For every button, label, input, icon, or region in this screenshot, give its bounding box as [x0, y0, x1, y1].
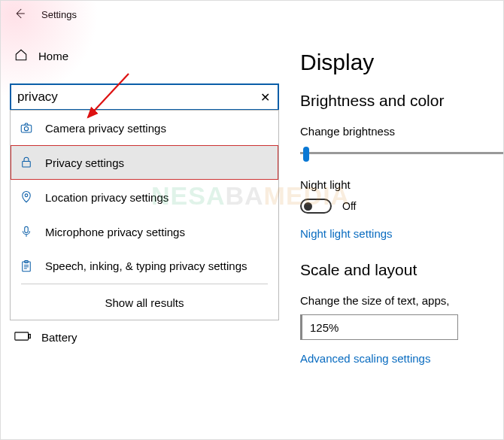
scale-value: 125% [310, 321, 339, 334]
result-label: Microphone privacy settings [45, 226, 185, 238]
svg-rect-9 [29, 334, 30, 338]
home-nav[interactable]: Home [8, 35, 287, 83]
microphone-icon [20, 225, 33, 238]
brightness-slider[interactable] [300, 145, 503, 162]
search-box[interactable]: ✕ [10, 83, 279, 111]
nightlight-toggle[interactable] [300, 199, 332, 214]
advanced-scaling-link[interactable]: Advanced scaling settings [300, 352, 430, 365]
section-scale: Scale and layout [300, 261, 503, 279]
svg-rect-1 [21, 125, 32, 132]
clear-icon[interactable]: ✕ [257, 90, 273, 105]
lock-icon [20, 156, 33, 169]
sidebar-item-battery[interactable]: Battery [8, 320, 287, 354]
scale-label: Change the size of text, apps, [300, 294, 503, 307]
search-input[interactable] [17, 90, 257, 105]
result-privacy[interactable]: Privacy settings [11, 145, 278, 180]
home-icon [14, 48, 28, 64]
svg-rect-5 [25, 226, 29, 232]
nightlight-settings-link[interactable]: Night light settings [300, 227, 393, 240]
battery-icon [14, 331, 31, 344]
result-speech[interactable]: Speech, inking, & typing privacy setting… [11, 249, 278, 284]
brightness-label: Change brightness [300, 125, 503, 138]
svg-point-2 [24, 127, 28, 131]
result-location[interactable]: Location privacy settings [11, 180, 278, 214]
result-label: Speech, inking, & typing privacy setting… [45, 259, 247, 272]
scale-dropdown[interactable]: 125% [300, 314, 458, 340]
home-label: Home [38, 50, 68, 62]
result-label: Camera privacy settings [45, 122, 166, 135]
svg-point-4 [25, 194, 28, 197]
back-icon[interactable] [13, 7, 26, 23]
location-icon [20, 190, 33, 204]
search-results: Camera privacy settings Privacy settings… [10, 110, 279, 320]
section-brightness: Brightness and color [300, 92, 503, 110]
result-microphone[interactable]: Microphone privacy settings [11, 214, 278, 249]
camera-icon [20, 121, 33, 135]
result-camera[interactable]: Camera privacy settings [11, 111, 278, 145]
page-heading: Display [300, 50, 503, 75]
show-all-results[interactable]: Show all results [21, 284, 268, 320]
window-title: Settings [41, 9, 77, 20]
svg-rect-3 [23, 162, 31, 168]
clipboard-icon [20, 259, 33, 273]
result-label: Privacy settings [45, 156, 124, 169]
result-label: Location privacy settings [45, 191, 169, 204]
nightlight-label: Night light [300, 178, 503, 191]
nightlight-state: Off [342, 200, 356, 212]
svg-rect-8 [15, 332, 29, 340]
battery-label: Battery [41, 331, 77, 344]
